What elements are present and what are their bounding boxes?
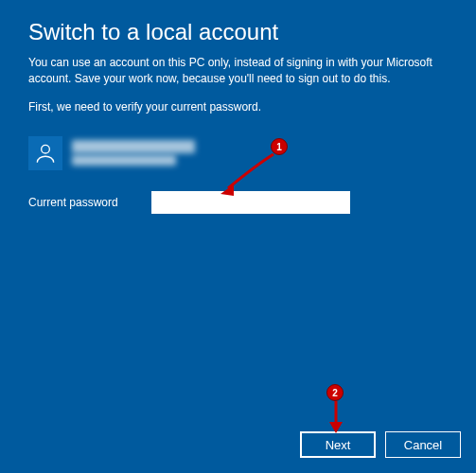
page-title: Switch to a local account [28, 19, 448, 45]
cancel-button[interactable]: Cancel [385, 431, 461, 458]
user-display-name [72, 140, 195, 153]
user-info [28, 136, 448, 170]
annotation-badge-2: 2 [326, 384, 344, 401]
next-button[interactable]: Next [300, 431, 376, 458]
current-password-input[interactable] [151, 191, 350, 214]
annotation-badge-1: 1 [271, 138, 288, 155]
password-label: Current password [28, 196, 132, 209]
description-text: You can use an account on this PC only, … [28, 55, 448, 87]
svg-point-0 [42, 145, 50, 153]
verify-instruction: First, we need to verify your current pa… [28, 100, 448, 114]
user-avatar-icon [28, 136, 62, 170]
user-email [72, 155, 176, 166]
